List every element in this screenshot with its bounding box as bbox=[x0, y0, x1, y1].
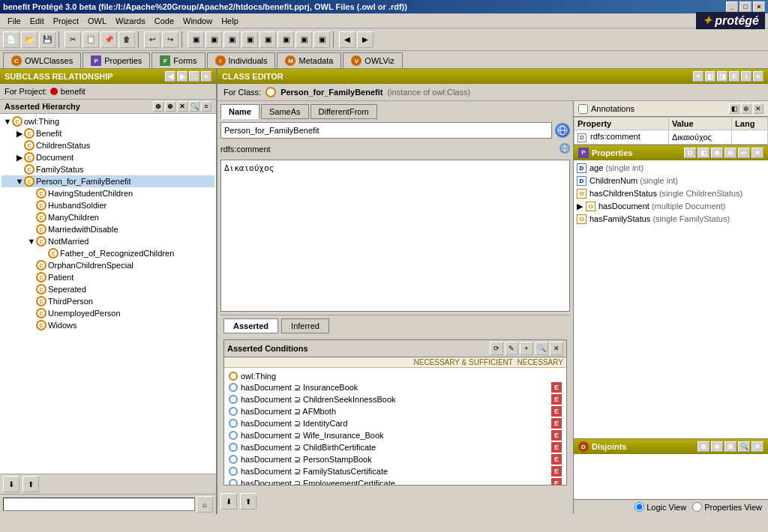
cond-item-r3[interactable]: hasDocument ⊇ AFMboth E bbox=[227, 405, 563, 417]
logic-view-radio[interactable]: Logic View bbox=[634, 502, 686, 512]
toolbar-btn-c[interactable]: ▣ bbox=[224, 31, 240, 48]
menu-help[interactable]: Help bbox=[217, 15, 243, 27]
tree-item-Benefit[interactable]: ▶ C Benefit bbox=[2, 127, 214, 139]
tab-properties[interactable]: P Properties bbox=[82, 52, 150, 68]
tree-item-FatherRecognized[interactable]: ▶ C Father_of_RecognizedChildren bbox=[2, 247, 214, 259]
subclass-fwd-btn[interactable]: ▶ bbox=[177, 71, 188, 82]
tree-item-OrphanChildrenSpecial[interactable]: ▶ C OrphanChildrenSpecial bbox=[2, 259, 214, 271]
cond-e-btn-r2[interactable]: E bbox=[551, 394, 562, 405]
ce-close-btn[interactable]: × bbox=[753, 71, 764, 82]
action-btn-2[interactable]: ⬆ bbox=[240, 493, 256, 510]
search-class-btn[interactable]: 🔍 bbox=[189, 101, 200, 112]
toolbar-btn-e[interactable]: ▣ bbox=[260, 31, 276, 48]
subclass-back-btn[interactable]: ◀ bbox=[165, 71, 176, 82]
disj-btn-2[interactable]: ⊕ bbox=[711, 441, 723, 452]
toolbar-back-btn[interactable]: ◀ bbox=[339, 31, 356, 48]
tree-item-ThirdPerson[interactable]: ▶ C ThirdPerson bbox=[2, 295, 214, 307]
asserted-tab[interactable]: Asserted bbox=[224, 318, 278, 333]
tree-item-PersonFamilyBenefit[interactable]: ▼ C Person_for_FamilyBenefit bbox=[2, 175, 214, 187]
cond-add-btn[interactable]: + bbox=[520, 342, 533, 355]
action-btn-1[interactable]: ⬇ bbox=[220, 493, 237, 510]
disj-btn-3[interactable]: ⊕ bbox=[724, 441, 736, 452]
comment-textarea[interactable]: Δικαιούχος bbox=[220, 160, 570, 312]
cond-e-btn-r3[interactable]: E bbox=[551, 406, 562, 417]
cond-item-r6[interactable]: hasDocument ⊇ ChildBirthCertificate E bbox=[227, 441, 563, 453]
toolbar-cut-btn[interactable]: ✂ bbox=[64, 31, 81, 48]
toolbar-btn-h[interactable]: ▣ bbox=[314, 31, 330, 48]
tree-item-ChildrenStatus[interactable]: ▶ C ChildrenStatus bbox=[2, 139, 214, 151]
left-bottom-btn-2[interactable]: ⬆ bbox=[22, 476, 39, 492]
cond-e-btn-r7[interactable]: E bbox=[551, 454, 562, 465]
cond-item-r9[interactable]: hasDocument ⊇ EmployeementCertificate E bbox=[227, 477, 563, 485]
toolbar-btn-a[interactable]: ▣ bbox=[188, 31, 204, 48]
properties-view-input[interactable] bbox=[692, 502, 702, 512]
tree-item-Patient[interactable]: ▶ C Patient bbox=[2, 271, 214, 283]
toolbar-btn-d[interactable]: ▣ bbox=[242, 31, 258, 48]
tree-item-Widows[interactable]: ▶ C Widows bbox=[2, 319, 214, 331]
inferred-tab[interactable]: Inferred bbox=[281, 318, 329, 333]
toggle-owlThing[interactable]: ▼ bbox=[3, 117, 12, 126]
tree-item-MarriedwithDisable[interactable]: ▶ C MarriedwithDisable bbox=[2, 223, 214, 235]
toolbar-paste-btn[interactable]: 📌 bbox=[100, 31, 117, 48]
menu-owl[interactable]: OWL bbox=[83, 15, 111, 27]
ce-add-btn[interactable]: + bbox=[693, 71, 704, 82]
prop-delete-btn[interactable]: ✕ bbox=[752, 148, 764, 158]
cond-search-btn[interactable]: 🔍 bbox=[535, 342, 548, 355]
tree-item-UnemployedPerson[interactable]: ▶ C UnemployedPerson bbox=[2, 307, 214, 319]
cond-item-r1[interactable]: hasDocument ⊇ InsuranceBook E bbox=[227, 381, 563, 393]
cond-delete-btn[interactable]: ✕ bbox=[550, 342, 563, 355]
disj-btn-1[interactable]: ⊕ bbox=[698, 441, 710, 452]
cond-e-btn-r9[interactable]: E bbox=[551, 478, 562, 485]
expand-btn[interactable]: ≡ bbox=[201, 101, 212, 112]
cond-item-r7[interactable]: hasDocument ⊇ PersonStampBook E bbox=[227, 453, 563, 465]
prop-toggle-hasDocument[interactable]: ▶ bbox=[577, 202, 586, 211]
toggle-Document[interactable]: ▶ bbox=[15, 153, 24, 163]
prop-item-hasChildrenStatus[interactable]: O hasChildrenStatus (single ChildrenStat… bbox=[575, 187, 766, 200]
toolbar-fwd-btn[interactable]: ▶ bbox=[357, 31, 374, 48]
toolbar-redo-btn[interactable]: ↪ bbox=[162, 31, 178, 48]
toggle-PersonFamilyBenefit[interactable]: ▼ bbox=[15, 177, 24, 186]
minimize-button[interactable]: _ bbox=[726, 1, 738, 12]
tab-forms[interactable]: F Forms bbox=[152, 52, 205, 68]
ce-float-btn[interactable]: F bbox=[729, 71, 740, 82]
ann-btn-2[interactable]: ⊕ bbox=[741, 103, 752, 114]
globe-button[interactable] bbox=[555, 123, 570, 138]
tree-item-HavingStudentChildren[interactable]: ▶ C HavingStudentChildren bbox=[2, 187, 214, 199]
subclass-maximize-btn[interactable]: □ bbox=[189, 71, 200, 82]
editor-tab-differentfrom[interactable]: DifferentFrom bbox=[310, 104, 377, 119]
tree-item-owlThing[interactable]: ▼ C owl:Thing bbox=[2, 115, 214, 127]
cond-item-owlThing[interactable]: owl:Thing bbox=[227, 371, 563, 381]
maximize-button[interactable]: □ bbox=[740, 1, 752, 12]
cond-e-btn-r8[interactable]: E bbox=[551, 466, 562, 477]
toggle-NotMarried[interactable]: ▼ bbox=[27, 237, 36, 246]
toolbar-undo-btn[interactable]: ↩ bbox=[144, 31, 160, 48]
properties-view-radio[interactable]: Properties View bbox=[692, 502, 762, 512]
annotations-checkbox[interactable] bbox=[578, 104, 588, 114]
toolbar-copy-btn[interactable]: 📋 bbox=[82, 31, 99, 48]
cond-e-btn-r4[interactable]: E bbox=[551, 418, 562, 429]
search-input[interactable] bbox=[3, 498, 195, 511]
toolbar-btn-f[interactable]: ▣ bbox=[278, 31, 294, 48]
cond-btn-2[interactable]: ✎ bbox=[505, 342, 518, 355]
tab-owlviz[interactable]: V OWLViz bbox=[343, 52, 402, 68]
menu-project[interactable]: Project bbox=[49, 15, 83, 27]
toolbar-btn-b[interactable]: ▣ bbox=[206, 31, 222, 48]
tree-item-HusbandSoldier[interactable]: ▶ C HusbandSoldier bbox=[2, 199, 214, 211]
tab-individuals[interactable]: I Individuals bbox=[207, 52, 276, 68]
toolbar-btn-g[interactable]: ▣ bbox=[296, 31, 312, 48]
delete-class-btn[interactable]: ✕ bbox=[177, 101, 188, 112]
tree-item-FamilyStatus[interactable]: ▶ C FamilyStatus bbox=[2, 163, 214, 175]
menu-code[interactable]: Code bbox=[150, 15, 178, 27]
ce-info-btn[interactable]: i bbox=[741, 71, 752, 82]
add-class-btn[interactable]: ⊕ bbox=[153, 101, 164, 112]
prop-btn-4[interactable]: ⊖ bbox=[724, 148, 736, 158]
tree-item-ManyChildren[interactable]: ▶ C ManyChildren bbox=[2, 211, 214, 223]
menu-edit[interactable]: Edit bbox=[26, 15, 49, 27]
tree-item-Document[interactable]: ▶ C Document bbox=[2, 151, 214, 163]
toolbar-new-btn[interactable]: 📄 bbox=[3, 31, 20, 48]
prop-btn-2[interactable]: ◧ bbox=[698, 148, 710, 158]
editor-tab-name[interactable]: Name bbox=[220, 104, 260, 119]
ce-btn-2[interactable]: ◧ bbox=[705, 71, 716, 82]
toolbar-delete-btn[interactable]: 🗑 bbox=[118, 31, 135, 48]
prop-btn-5[interactable]: ↩ bbox=[738, 148, 750, 158]
